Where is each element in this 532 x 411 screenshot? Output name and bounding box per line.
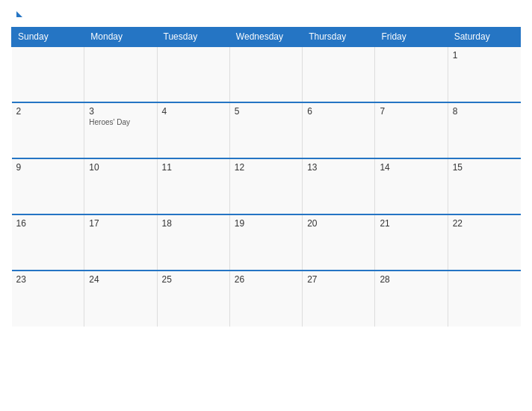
calendar-cell — [229, 46, 302, 102]
calendar-cell — [303, 46, 375, 102]
calendar-cell: 13 — [303, 158, 375, 214]
weekday-header-wednesday: Wednesday — [229, 28, 302, 47]
weekday-header-thursday: Thursday — [303, 28, 375, 47]
calendar-cell: 15 — [448, 158, 520, 214]
day-number: 26 — [235, 274, 297, 285]
calendar-cell: 8 — [448, 102, 520, 158]
calendar-container: SundayMondayTuesdayWednesdayThursdayFrid… — [0, 0, 532, 411]
logo — [15, 7, 22, 21]
logo-triangle-icon — [16, 11, 22, 17]
calendar-week-row: 16171819202122 — [12, 214, 521, 271]
calendar-cell: 3Heroes' Day — [84, 102, 157, 158]
calendar-cell: 7 — [375, 102, 448, 158]
day-number: 23 — [16, 274, 80, 285]
calendar-cell: 9 — [12, 158, 84, 214]
calendar-cell: 12 — [229, 158, 302, 214]
calendar-week-row: 23Heroes' Day45678 — [12, 102, 521, 158]
day-number: 16 — [16, 218, 80, 229]
day-number: 1 — [453, 50, 516, 61]
day-number: 13 — [307, 162, 370, 173]
calendar-cell: 17 — [84, 214, 157, 271]
day-number: 27 — [307, 274, 370, 285]
day-number: 28 — [380, 274, 442, 285]
day-number: 20 — [307, 218, 370, 229]
weekday-header-saturday: Saturday — [448, 28, 520, 47]
calendar-cell — [375, 46, 448, 102]
day-number: 5 — [235, 106, 297, 117]
day-number: 24 — [89, 274, 152, 285]
calendar-cell — [448, 271, 520, 327]
day-number: 4 — [162, 106, 225, 117]
weekday-header-row: SundayMondayTuesdayWednesdayThursdayFrid… — [12, 28, 521, 47]
day-number: 21 — [380, 218, 442, 229]
calendar-cell: 21 — [375, 214, 448, 271]
weekday-header-monday: Monday — [84, 28, 157, 47]
day-number: 18 — [162, 218, 225, 229]
day-number: 12 — [235, 162, 297, 173]
weekday-header-friday: Friday — [375, 28, 448, 47]
day-number: 14 — [380, 162, 442, 173]
day-number: 3 — [89, 106, 152, 117]
calendar-table: SundayMondayTuesdayWednesdayThursdayFrid… — [11, 27, 521, 327]
calendar-cell: 19 — [229, 214, 302, 271]
weekday-header-tuesday: Tuesday — [157, 28, 229, 47]
day-number: 15 — [453, 162, 516, 173]
calendar-header — [11, 7, 521, 21]
calendar-week-row: 1 — [12, 46, 521, 102]
calendar-cell — [157, 46, 229, 102]
calendar-cell: 23 — [12, 271, 84, 327]
day-number: 25 — [162, 274, 225, 285]
calendar-cell: 1 — [448, 46, 520, 102]
calendar-cell: 18 — [157, 214, 229, 271]
weekday-header-sunday: Sunday — [12, 28, 84, 47]
calendar-cell: 6 — [303, 102, 375, 158]
calendar-week-row: 9101112131415 — [12, 158, 521, 214]
calendar-cell: 24 — [84, 271, 157, 327]
day-number: 11 — [162, 162, 225, 173]
day-number: 7 — [380, 106, 442, 117]
day-number: 9 — [16, 162, 80, 173]
calendar-cell: 20 — [303, 214, 375, 271]
calendar-cell: 26 — [229, 271, 302, 327]
calendar-cell: 11 — [157, 158, 229, 214]
calendar-cell: 10 — [84, 158, 157, 214]
calendar-cell: 25 — [157, 271, 229, 327]
calendar-cell: 4 — [157, 102, 229, 158]
day-number: 22 — [453, 218, 516, 229]
calendar-cell: 14 — [375, 158, 448, 214]
calendar-cell: 27 — [303, 271, 375, 327]
day-number: 8 — [453, 106, 516, 117]
day-number: 17 — [89, 218, 152, 229]
day-number: 2 — [16, 106, 80, 117]
calendar-cell — [12, 46, 84, 102]
calendar-cell — [84, 46, 157, 102]
calendar-cell: 16 — [12, 214, 84, 271]
calendar-cell: 22 — [448, 214, 520, 271]
calendar-week-row: 232425262728 — [12, 271, 521, 327]
calendar-cell: 5 — [229, 102, 302, 158]
calendar-cell: 2 — [12, 102, 84, 158]
calendar-cell: 28 — [375, 271, 448, 327]
day-number: 19 — [235, 218, 297, 229]
holiday-label: Heroes' Day — [89, 118, 152, 126]
day-number: 6 — [307, 106, 370, 117]
day-number: 10 — [89, 162, 152, 173]
